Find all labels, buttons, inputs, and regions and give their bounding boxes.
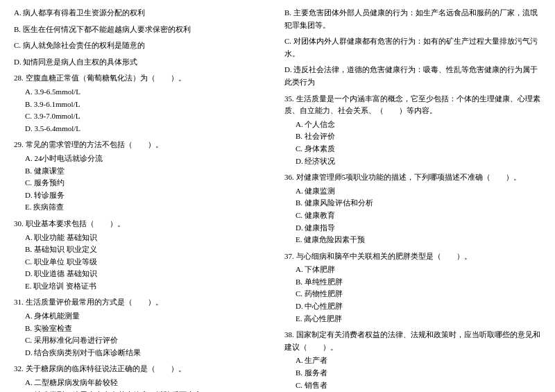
question-block: B. 医生在任何情况下都不能超越病人要求保密的权利: [14, 24, 271, 36]
question-title: D. 知情同意是病人自主权的具体形式: [14, 56, 271, 69]
question-block: 29. 常见的需求管理的方法不包括（ ）。A. 24小时电话就诊分流B. 健康课…: [14, 139, 271, 214]
option: D. 中心性肥胖: [284, 300, 541, 313]
question-block: 32. 关于糖尿病的临床特征说法正确的是（ ）。A. 二型糖尿病发病年龄较轻B.…: [14, 363, 271, 392]
question-title: C. 对团体内外人群健康都有危害的行为：如有的矿生产过程大量排放污气污水。: [284, 35, 541, 60]
option: D. 结合疾病类别对于临床诊断结果: [14, 347, 271, 359]
option: B. 特殊类型：糖尿病患者在基本静音，消除后可痊愈: [14, 389, 271, 392]
option: E. 疾病筛查: [14, 201, 271, 214]
option: A. 二型糖尿病发病年龄较轻: [14, 377, 271, 389]
option: B. 健康课堂: [14, 165, 271, 178]
option: D. 转诊服务: [14, 189, 271, 202]
option: E. 职业培训 资格证书: [14, 280, 271, 293]
question-block: D. 违反社会法律，道德的危害健康行为：吸毒、性乱等危害健康的行为属于此类行为: [284, 64, 541, 88]
option: C. 销售者: [284, 380, 541, 392]
question-title: 38. 国家制定有关消费者权益的法律、法规和政策时，应当听取哪些的意见和建议（ …: [284, 329, 541, 353]
question-title: 29. 常见的需求管理的方法不包括（ ）。: [14, 139, 271, 151]
question-block: D. 知情同意是病人自主权的具体形式: [14, 56, 271, 69]
question-block: 36. 对健康管理师5项职业功能的描述，下列哪项描述不准确（ ）。A. 健康监测…: [284, 171, 541, 246]
question-block: 31. 生活质量评价最常用的方式是（ ）。A. 身体机能测量B. 实验室检查C.…: [14, 296, 271, 359]
question-title: B. 医生在任何情况下都不能超越病人要求保密的权利: [14, 24, 271, 36]
right-column: B. 主要危害团体外部人员健康的行为：如生产名远食品和服药的厂家，流氓犯罪集团等…: [284, 7, 541, 392]
option: D. 3.5-6.4mmol/L: [14, 123, 271, 135]
option: C. 采用标准化问卷进行评价: [14, 334, 271, 347]
question-block: B. 主要危害团体外部人员健康的行为：如生产名远食品和服药的厂家，流氓犯罪集团等…: [284, 7, 541, 31]
question-block: 38. 国家制定有关消费者权益的法律、法规和政策时，应当听取哪些的意见和建议（ …: [284, 329, 541, 392]
question-title: D. 违反社会法律，道德的危害健康行为：吸毒、性乱等危害健康的行为属于此类行为: [284, 64, 541, 88]
question-title: 32. 关于糖尿病的临床特征说法正确的是（ ）。: [14, 363, 271, 375]
question-title: 28. 空腹血糖正常值（葡萄糖氧化法）为（ ）。: [14, 72, 271, 85]
question-block: C. 病人就免除社会责任的权利是随意的: [14, 40, 271, 52]
question-title: B. 主要危害团体外部人员健康的行为：如生产名远食品和服药的厂家，流氓犯罪集团等…: [284, 7, 541, 31]
option: A. 3.9-6.5mmol/L: [14, 86, 271, 99]
option: A. 下体肥胖: [284, 264, 541, 276]
left-column: A. 病人都享有得着卫生资源分配的权利B. 医生在任何情况下都不能超越病人要求保…: [14, 7, 271, 392]
option: B. 服务者: [284, 367, 541, 380]
option: C. 药物性肥胖: [284, 288, 541, 300]
option: D. 职业道德 基础知识: [14, 268, 271, 280]
option: E. 高心性肥胖: [284, 313, 541, 325]
option: A. 个人信念: [284, 119, 541, 131]
option: B. 3.9-6.1mmol/L: [14, 99, 271, 111]
question-title: 30. 职业基本要求包括（ ）。: [14, 218, 271, 230]
option: C. 身体素质: [284, 143, 541, 155]
option: E. 健康危险因素干预: [284, 234, 541, 246]
option: B. 健康风险评估和分析: [284, 197, 541, 210]
option: C. 健康教育: [284, 210, 541, 222]
option: B. 基础知识 职业定义: [14, 244, 271, 256]
option: A. 生产者: [284, 355, 541, 367]
option: D. 健康指导: [284, 222, 541, 235]
question-title: C. 病人就免除社会责任的权利是随意的: [14, 40, 271, 52]
option: D. 经济状况: [284, 155, 541, 168]
option: B. 实验室检查: [14, 323, 271, 335]
option: A. 身体机能测量: [14, 310, 271, 323]
option: B. 单纯性肥胖: [284, 276, 541, 289]
question-block: 35. 生活质量是一个内涵丰富的概念，它至少包括：个体的生理健康、心理素质、自立…: [284, 93, 541, 168]
question-block: A. 病人都享有得着卫生资源分配的权利: [14, 7, 271, 19]
option: A. 24小时电话就诊分流: [14, 153, 271, 165]
question-title: 31. 生活质量评价最常用的方式是（ ）。: [14, 296, 271, 309]
option: B. 社会评价: [284, 130, 541, 143]
question-title: 37. 与心细病和脑卒中关联相关的肥胖类型是（ ）。: [284, 250, 541, 263]
question-block: 30. 职业基本要求包括（ ）。A. 职业功能 基础知识B. 基础知识 职业定义…: [14, 218, 271, 293]
option: C. 职业单位 职业等级: [14, 256, 271, 269]
question-title: A. 病人都享有得着卫生资源分配的权利: [14, 7, 271, 19]
option: A. 职业功能 基础知识: [14, 232, 271, 244]
page-content: A. 病人都享有得着卫生资源分配的权利B. 医生在任何情况下都不能超越病人要求保…: [14, 7, 541, 392]
question-title: 36. 对健康管理师5项职业功能的描述，下列哪项描述不准确（ ）。: [284, 171, 541, 184]
option: A. 健康监测: [284, 185, 541, 198]
question-block: 37. 与心细病和脑卒中关联相关的肥胖类型是（ ）。A. 下体肥胖B. 单纯性肥…: [284, 250, 541, 325]
option: C. 服务预约: [14, 177, 271, 189]
question-block: 28. 空腹血糖正常值（葡萄糖氧化法）为（ ）。A. 3.9-6.5mmol/L…: [14, 72, 271, 135]
question-block: C. 对团体内外人群健康都有危害的行为：如有的矿生产过程大量排放污气污水。: [284, 35, 541, 60]
option: C. 3.9-7.0mmol/L: [14, 110, 271, 123]
question-title: 35. 生活质量是一个内涵丰富的概念，它至少包括：个体的生理健康、心理素质、自立…: [284, 93, 541, 117]
